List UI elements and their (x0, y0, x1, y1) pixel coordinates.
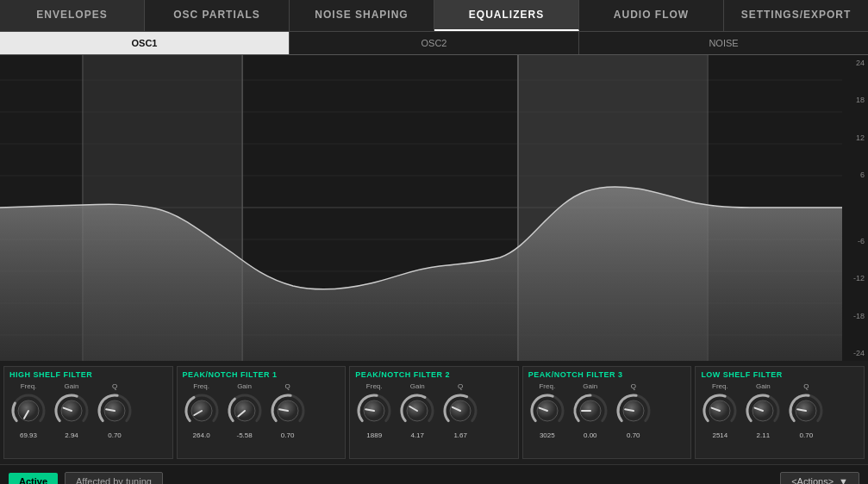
bottom-left: Active Affected by tuning (9, 472, 163, 485)
actions-label: <Actions> (791, 476, 834, 485)
filter-title-0: HIGH SHELF FILTER (9, 370, 167, 379)
actions-chevron-icon: ▼ (839, 476, 848, 485)
knob-svg-2-0[interactable] (355, 392, 393, 430)
filter-knobs-2: Freq. 1889Gain (355, 382, 513, 439)
top-tab-envelopes[interactable]: ENVELOPES (0, 0, 145, 31)
knob-svg-2-2[interactable] (441, 392, 479, 430)
knob-value-2-1: 4.17 (410, 431, 424, 439)
knob-label-2-0: Freq. (366, 382, 383, 390)
bottom-bar: Active Affected by tuning <Actions> ▼ (0, 464, 868, 484)
knob-value-0-1: 2.94 (65, 431, 78, 439)
y-label-24: 24 (840, 59, 865, 67)
y-label-neg24: -24 (840, 349, 865, 357)
filter-title-4: LOW SHELF FILTER (701, 370, 859, 379)
knob-svg-0-0[interactable] (9, 392, 47, 430)
top-tab-audio-flow[interactable]: AUDIO FLOW (579, 0, 724, 31)
knob-value-2-0: 1889 (366, 431, 382, 439)
knob-group-3-1: Gain 0.00 (571, 382, 609, 439)
top-tab-noise-shaping[interactable]: NOISE SHAPING (290, 0, 434, 31)
affected-tuning-button[interactable]: Affected by tuning (65, 472, 163, 485)
knob-value-2-2: 1.67 (453, 431, 467, 439)
knob-svg-1-0[interactable] (183, 392, 221, 430)
filter-block-4: LOW SHELF FILTERFreq. 2514Gain (695, 366, 865, 459)
bottom-right: <Actions> ▼ (780, 472, 859, 485)
knob-value-1-2: 0.70 (281, 431, 295, 439)
knob-svg-2-1[interactable] (398, 392, 436, 430)
filter-knobs-1: Freq. 264.0Gain (183, 382, 340, 439)
knob-label-4-2: Q (803, 382, 809, 390)
y-axis: 24 18 12 6 -6 -12 -18 -24 (840, 55, 865, 361)
y-label-6: 6 (840, 171, 865, 179)
actions-button[interactable]: <Actions> ▼ (780, 472, 859, 485)
knob-label-4-1: Gain (756, 382, 771, 390)
knob-label-1-1: Gain (237, 382, 252, 390)
knob-svg-3-2[interactable] (615, 392, 653, 430)
knob-label-3-0: Freq. (539, 382, 555, 390)
knob-group-1-1: Gain -5.58 (226, 382, 264, 439)
knob-value-4-1: 2.11 (757, 431, 771, 439)
filter-knobs-3: Freq. 3025Gain (528, 382, 686, 439)
knob-svg-1-1[interactable] (226, 392, 264, 430)
knob-svg-3-0[interactable] (528, 392, 566, 430)
eq-graph-svg[interactable] (0, 55, 842, 361)
knob-value-3-1: 0.00 (584, 431, 597, 439)
knob-value-4-0: 2514 (712, 431, 727, 439)
knob-group-1-0: Freq. 264.0 (183, 382, 221, 439)
active-button[interactable]: Active (9, 473, 58, 485)
top-tab-osc-partials[interactable]: OSC PARTIALS (145, 0, 290, 31)
knob-group-2-0: Freq. 1889 (355, 382, 393, 439)
filter-block-3: PEAK/NOTCH FILTER 3Freq. 3025Gain (522, 366, 692, 459)
sub-tab-osc2[interactable]: OSC2 (290, 32, 579, 54)
knob-label-3-2: Q (631, 382, 636, 390)
knob-label-1-0: Freq. (193, 382, 209, 390)
knob-group-4-0: Freq. 2514 (701, 382, 739, 439)
top-nav: ENVELOPESOSC PARTIALSNOISE SHAPINGEQUALI… (0, 0, 868, 32)
knob-label-2-1: Gain (410, 382, 425, 390)
top-tab-equalizers[interactable]: EQUALIZERS (434, 0, 579, 31)
filter-title-3: PEAK/NOTCH FILTER 3 (528, 370, 686, 379)
knob-value-4-2: 0.70 (800, 431, 814, 439)
filter-knobs-0: Freq. 69.93Gain (9, 382, 167, 439)
knob-value-0-0: 69.93 (20, 431, 37, 439)
y-label-12: 12 (840, 133, 865, 142)
sub-tab-noise[interactable]: NOISE (579, 32, 868, 54)
knob-label-4-0: Freq. (712, 382, 728, 390)
knob-label-1-2: Q (284, 382, 290, 390)
knob-value-0-2: 0.70 (108, 431, 122, 439)
knob-group-0-1: Gain 2.94 (53, 382, 91, 439)
knob-group-3-0: Freq. 3025 (528, 382, 566, 439)
knob-value-3-0: 3025 (540, 431, 555, 439)
knob-group-2-2: Q 1.67 (441, 382, 479, 439)
knob-group-4-1: Gain 2.11 (744, 382, 782, 439)
sub-nav: OSC1OSC2NOISE (0, 32, 868, 55)
knob-svg-3-1[interactable] (571, 392, 609, 430)
knob-value-1-0: 264.0 (193, 431, 210, 439)
knob-label-2-2: Q (458, 382, 463, 390)
knob-value-3-2: 0.70 (627, 431, 640, 439)
knob-label-0-2: Q (112, 382, 117, 390)
top-tab-settings-export[interactable]: SETTINGS/EXPORT (724, 0, 868, 31)
y-label-neg12: -12 (840, 274, 865, 282)
knob-group-0-0: Freq. 69.93 (9, 382, 47, 439)
knob-svg-4-1[interactable] (744, 392, 782, 430)
knob-group-3-2: Q 0.70 (615, 382, 653, 439)
sub-tab-osc1[interactable]: OSC1 (0, 32, 290, 54)
knob-svg-4-2[interactable] (787, 392, 825, 430)
knob-label-3-1: Gain (583, 382, 597, 390)
filter-title-1: PEAK/NOTCH FILTER 1 (183, 370, 340, 379)
knob-svg-0-1[interactable] (53, 392, 91, 430)
eq-graph-container: 24 18 12 6 -6 -12 -18 -24 (0, 55, 868, 361)
filter-block-1: PEAK/NOTCH FILTER 1Freq. 264.0Gain (177, 366, 347, 459)
knob-group-0-2: Q 0.70 (96, 382, 134, 439)
knob-svg-4-0[interactable] (701, 392, 739, 430)
y-label-18: 18 (840, 96, 865, 104)
filter-knobs-4: Freq. 2514Gain (701, 382, 859, 439)
knob-label-0-0: Freq. (21, 382, 37, 390)
filter-block-0: HIGH SHELF FILTERFreq. 69.93Gain (3, 366, 173, 459)
knob-value-1-1: -5.58 (236, 431, 252, 439)
knob-svg-1-2[interactable] (269, 392, 307, 430)
y-label-neg6: -6 (840, 237, 865, 245)
knob-group-2-1: Gain 4.17 (398, 382, 436, 439)
knob-group-1-2: Q 0.70 (269, 382, 307, 439)
knob-svg-0-2[interactable] (96, 392, 134, 430)
